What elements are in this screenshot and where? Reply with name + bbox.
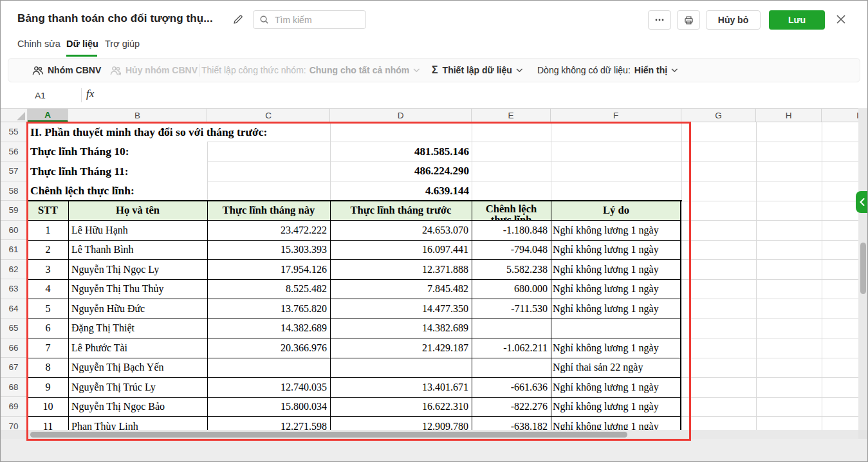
save-button[interactable]: Lưu [769, 10, 825, 30]
toolbar: Nhóm CBNV Hủy nhóm CBNV Thiết lập công t… [8, 58, 860, 82]
print-button[interactable] [677, 10, 700, 30]
tab-help[interactable]: Trợ giúp [105, 39, 140, 49]
empty-rows-dropdown[interactable]: Dòng không có dữ liệu: Hiển thị [537, 59, 682, 82]
row-header-68[interactable]: 68 [0, 378, 27, 398]
cell-reference-box[interactable]: A1 [0, 82, 80, 108]
formula-bar-separator [81, 88, 82, 102]
column-header-B[interactable]: B [68, 109, 207, 122]
tab-edit[interactable]: Chỉnh sửa [17, 39, 60, 49]
sigma-icon: Σ [432, 64, 438, 76]
column-header-H[interactable]: H [756, 109, 822, 122]
toolbar-separator [199, 64, 199, 77]
row-header-65[interactable]: 65 [0, 319, 27, 338]
selection-border [26, 122, 691, 441]
fx-icon: fx [86, 88, 94, 100]
data-setup-dropdown[interactable]: Σ Thiết lập dữ liệu [432, 59, 527, 82]
edit-title-icon[interactable] [232, 14, 244, 28]
row-header-61[interactable]: 61 [0, 240, 27, 260]
footer-area [0, 439, 868, 462]
ungroup-staff-label: Hủy nhóm CBNV [125, 65, 198, 75]
empty-rows-value: Hiển thị [634, 65, 667, 75]
row-header-57[interactable]: 57 [0, 162, 27, 181]
formula-bar: A1 fx [0, 82, 868, 108]
ungroup-staff-icon [109, 64, 122, 77]
column-header-D[interactable]: D [330, 109, 472, 122]
tab-data[interactable]: Dữ liệu [66, 39, 98, 49]
search-input-box[interactable] [253, 10, 366, 29]
row-header-56[interactable]: 56 [0, 142, 27, 162]
column-headers: ABCDEFGHI [0, 108, 858, 122]
close-icon[interactable] [835, 14, 847, 28]
select-all-corner[interactable] [0, 109, 28, 122]
column-header-G[interactable]: G [681, 109, 756, 122]
scrollbar-corner [858, 430, 868, 439]
row-header-55[interactable]: 55 [0, 122, 27, 142]
row-header-64[interactable]: 64 [0, 299, 27, 319]
row-header-58[interactable]: 58 [0, 181, 27, 201]
column-header-I[interactable]: I [822, 109, 858, 122]
row-header-66[interactable]: 66 [0, 338, 27, 358]
group-staff-label: Nhóm CBNV [48, 65, 101, 75]
chevron-down-icon [413, 68, 420, 73]
gridline [756, 122, 757, 430]
gridline [822, 122, 822, 430]
document-title: Bảng thanh toán cho đối tượng thụ... [17, 12, 213, 25]
row-header-60[interactable]: 60 [0, 221, 27, 241]
empty-rows-label: Dòng không có dữ liệu: [537, 65, 631, 75]
corner-triangle-icon [17, 112, 25, 120]
side-panel-toggle[interactable] [856, 191, 868, 213]
vertical-scrollbar-thumb[interactable] [860, 243, 866, 294]
search-icon [259, 15, 269, 24]
more-options-button[interactable] [648, 10, 671, 30]
data-setup-label: Thiết lập dữ liệu [443, 65, 512, 75]
search-input[interactable] [273, 14, 353, 26]
active-tab-underline [66, 55, 97, 57]
chevron-down-icon [516, 68, 523, 73]
row-header-70[interactable]: 70 [0, 417, 27, 430]
chevron-down-icon [671, 68, 678, 73]
print-icon [683, 15, 694, 26]
row-headers: 55565758596061626364656667686970 [0, 122, 28, 430]
vertical-scrollbar[interactable] [858, 108, 868, 439]
row-header-67[interactable]: 67 [0, 358, 27, 378]
row-header-63[interactable]: 63 [0, 279, 27, 299]
column-header-A[interactable]: A [28, 109, 68, 122]
group-formula-label: Thiết lập công thức nhóm: [201, 65, 306, 75]
group-formula-value: Chung cho tất cả nhóm [309, 65, 410, 75]
group-formula-dropdown: Thiết lập công thức nhóm: Chung cho tất … [201, 59, 424, 82]
row-header-69[interactable]: 69 [0, 397, 27, 417]
group-staff-button[interactable]: Nhóm CBNV [32, 59, 101, 82]
cancel-button[interactable]: Hủy bỏ [706, 10, 761, 30]
group-staff-icon [32, 64, 44, 77]
column-header-E[interactable]: E [472, 109, 551, 122]
more-options-icon [654, 15, 665, 25]
column-header-F[interactable]: F [551, 109, 681, 122]
title-bar: Bảng thanh toán cho đối tượng thụ... Hủy… [0, 0, 868, 36]
column-header-C[interactable]: C [207, 109, 330, 122]
chevron-left-icon [860, 198, 865, 206]
ungroup-staff-button: Hủy nhóm CBNV [109, 59, 198, 82]
row-header-59[interactable]: 59 [0, 201, 27, 221]
row-header-62[interactable]: 62 [0, 260, 27, 280]
